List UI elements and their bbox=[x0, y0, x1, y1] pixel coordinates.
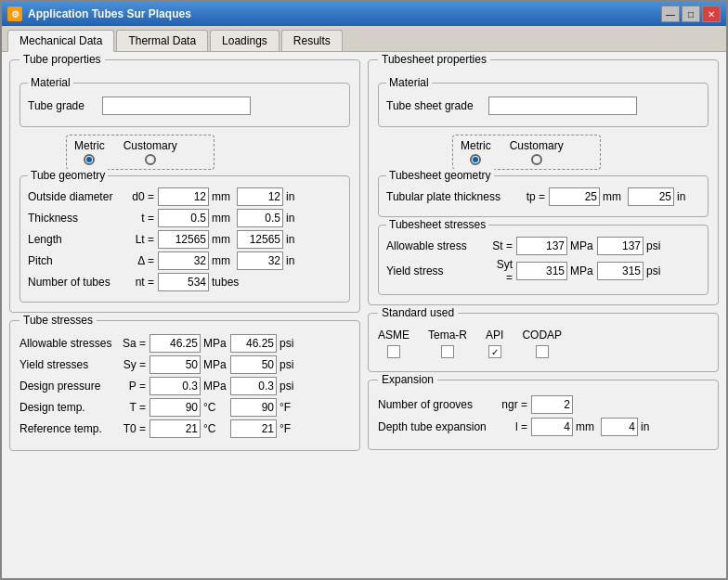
pitch-in-unit: in bbox=[283, 254, 306, 267]
allowable-stresses-psi-unit: psi bbox=[277, 337, 299, 350]
plate-thickness-in-input[interactable] bbox=[628, 187, 674, 206]
pitch-in-input[interactable] bbox=[237, 251, 283, 270]
tubesheet-yield-stress-psi-input[interactable] bbox=[597, 262, 644, 280]
tube-material-label: Material bbox=[28, 76, 73, 89]
close-button[interactable]: ✕ bbox=[702, 6, 721, 22]
num-tubes-input[interactable] bbox=[158, 273, 209, 291]
two-column-layout: Tube properties Material Tube grade M bbox=[9, 59, 719, 458]
tube-unit-selector: Metric Customary bbox=[66, 135, 214, 170]
design-pressure-mpa-input[interactable] bbox=[150, 377, 201, 395]
yield-stresses-label: Yield stresses bbox=[20, 358, 122, 371]
tubesheet-allowable-stress-mpa-unit: MPa bbox=[567, 239, 595, 252]
main-content: Tube properties Material Tube grade M bbox=[2, 52, 726, 578]
tubesheet-metric-option[interactable]: Metric bbox=[461, 139, 491, 165]
length-row: Length Lt = mm in bbox=[28, 230, 342, 249]
allowable-stresses-label: Allowable stresses bbox=[20, 337, 122, 350]
left-column: Tube properties Material Tube grade M bbox=[9, 59, 360, 458]
plate-thickness-in-unit: in bbox=[674, 190, 696, 203]
reference-temp-label: Reference temp. bbox=[20, 422, 122, 435]
design-temp-c-input[interactable] bbox=[150, 398, 201, 417]
length-mm-input[interactable] bbox=[158, 230, 209, 249]
yield-stresses-mpa-unit: MPa bbox=[201, 358, 228, 371]
sheet-grade-input[interactable] bbox=[488, 97, 637, 115]
tube-metric-radio[interactable] bbox=[84, 154, 95, 165]
pitch-mm-input[interactable] bbox=[158, 251, 209, 270]
outside-diameter-in-unit: in bbox=[283, 190, 306, 203]
allowable-stresses-psi-input[interactable] bbox=[230, 334, 277, 353]
length-label: Length bbox=[28, 233, 130, 246]
allowable-stresses-mpa-input[interactable] bbox=[150, 334, 201, 353]
yield-stresses-psi-input[interactable] bbox=[230, 355, 277, 374]
design-pressure-label: Design pressure bbox=[20, 380, 122, 393]
tab-bar: Mechanical Data Thermal Data Loadings Re… bbox=[2, 26, 726, 52]
yield-stresses-psi-unit: psi bbox=[277, 358, 299, 371]
yield-stresses-mpa-input[interactable] bbox=[150, 355, 201, 374]
tube-grade-input[interactable] bbox=[102, 97, 251, 115]
main-window: ⚙ Application Tubes Sur Plaques — □ ✕ Me… bbox=[0, 0, 728, 580]
pitch-eq: Δ = bbox=[130, 254, 158, 267]
tab-results[interactable]: Results bbox=[281, 30, 343, 51]
tubesheet-allowable-stress-psi-input[interactable] bbox=[597, 237, 644, 255]
thickness-mm-input[interactable] bbox=[158, 209, 209, 227]
yield-stresses-row: Yield stresses Sy = MPa psi bbox=[20, 355, 350, 374]
tube-customary-option[interactable]: Customary bbox=[124, 139, 177, 165]
plate-thickness-mm-unit: mm bbox=[600, 190, 626, 203]
tubesheet-customary-label: Customary bbox=[510, 139, 564, 152]
thickness-in-input[interactable] bbox=[237, 209, 283, 227]
standard-api-checkbox[interactable]: ✓ bbox=[488, 345, 501, 358]
expansion-group: Expansion Number of grooves ngr = Depth … bbox=[368, 380, 719, 450]
pitch-mm-unit: mm bbox=[209, 254, 235, 267]
reference-temp-c-input[interactable] bbox=[150, 419, 201, 438]
tab-thermal-data[interactable]: Thermal Data bbox=[116, 30, 208, 51]
tubesheet-metric-radio[interactable] bbox=[470, 154, 481, 165]
tubesheet-allowable-stress-mpa-input[interactable] bbox=[516, 237, 567, 255]
tubesheet-yield-stress-mpa-input[interactable] bbox=[516, 262, 567, 280]
outside-diameter-in-input[interactable] bbox=[237, 187, 283, 206]
tab-mechanical-data[interactable]: Mechanical Data bbox=[7, 30, 114, 52]
depth-expansion-in-input[interactable] bbox=[601, 418, 638, 436]
num-grooves-input[interactable] bbox=[531, 395, 573, 414]
tubesheet-allowable-stress-row: Allowable stress St = MPa psi bbox=[386, 237, 700, 255]
reference-temp-f-unit: °F bbox=[277, 422, 299, 435]
thickness-eq: t = bbox=[130, 212, 158, 225]
tubesheet-customary-radio[interactable] bbox=[531, 154, 542, 165]
tube-geometry-title: Tube geometry bbox=[28, 169, 108, 182]
standard-tema-r-label: Tema-R bbox=[428, 329, 467, 342]
tubesheet-yield-stress-label: Yield stress bbox=[386, 264, 488, 277]
tubesheet-metric-label: Metric bbox=[461, 139, 491, 152]
tube-metric-option[interactable]: Metric bbox=[74, 139, 105, 165]
minimize-button[interactable]: — bbox=[661, 6, 680, 22]
tab-loadings[interactable]: Loadings bbox=[210, 30, 280, 51]
standard-api-label: API bbox=[486, 329, 503, 342]
tubesheet-allowable-stress-psi-unit: psi bbox=[644, 239, 666, 252]
maximize-button[interactable]: □ bbox=[682, 6, 700, 22]
design-pressure-psi-input[interactable] bbox=[230, 377, 277, 395]
standard-asme: ASME bbox=[378, 329, 410, 358]
tubesheet-customary-option[interactable]: Customary bbox=[510, 139, 564, 165]
num-grooves-row: Number of grooves ngr = bbox=[378, 395, 708, 414]
depth-expansion-mm-input[interactable] bbox=[531, 418, 573, 436]
depth-expansion-in-unit: in bbox=[638, 420, 649, 433]
num-grooves-label: Number of grooves bbox=[378, 398, 499, 411]
design-temp-eq: T = bbox=[122, 401, 150, 414]
num-grooves-eq: ngr = bbox=[499, 398, 531, 411]
reference-temp-f-input[interactable] bbox=[230, 419, 277, 438]
title-bar: ⚙ Application Tubes Sur Plaques — □ ✕ bbox=[2, 2, 726, 26]
sheet-grade-label: Tube sheet grade bbox=[386, 99, 488, 112]
tube-grade-row: Tube grade bbox=[28, 97, 342, 115]
plate-thickness-mm-input[interactable] bbox=[549, 187, 600, 206]
tubesheet-yield-stress-psi-unit: psi bbox=[644, 264, 666, 277]
length-in-input[interactable] bbox=[237, 230, 283, 249]
right-column: Tubesheet properties Material Tube sheet… bbox=[368, 59, 719, 458]
design-temp-f-input[interactable] bbox=[230, 398, 277, 417]
standard-codap: CODAP bbox=[522, 329, 562, 358]
tubesheet-allowable-stress-label: Allowable stress bbox=[386, 239, 488, 252]
tubesheet-stresses-title: Tubesheet stresses bbox=[386, 218, 488, 231]
standard-codap-checkbox[interactable] bbox=[536, 345, 549, 358]
tubesheet-stresses-group: Tubesheet stresses Allowable stress St =… bbox=[378, 225, 708, 295]
standard-tema-r-checkbox[interactable] bbox=[441, 345, 454, 358]
plate-thickness-row: Tubular plate thickness tp = mm in bbox=[386, 187, 700, 206]
tube-customary-radio[interactable] bbox=[145, 154, 156, 165]
outside-diameter-mm-input[interactable] bbox=[158, 187, 209, 206]
standard-asme-checkbox[interactable] bbox=[387, 345, 400, 358]
